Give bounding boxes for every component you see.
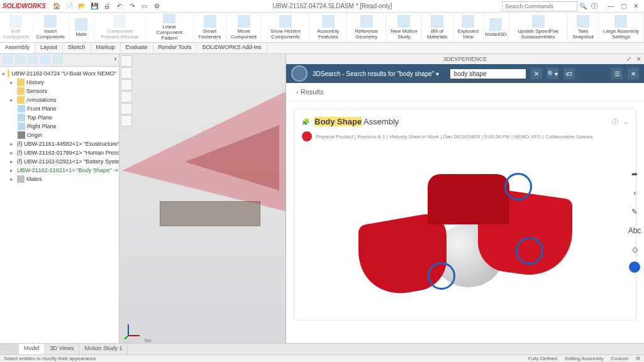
tree-right-plane[interactable]: Right Plane <box>1 122 118 131</box>
ribbon-mate[interactable]: Mate <box>69 13 94 42</box>
new-icon[interactable]: 📄 <box>64 1 75 11</box>
tab-render-tools[interactable]: Render Tools <box>153 43 197 53</box>
bottom-nav-icon[interactable] <box>0 344 19 354</box>
tab-layout[interactable]: Layout <box>35 43 63 53</box>
tree-mates[interactable]: ▸Mates <box>1 175 118 184</box>
search-title: 3DSearch - Search results for "body shap… <box>313 70 445 77</box>
tab-assembly[interactable]: Assembly <box>0 43 35 53</box>
minimize-icon[interactable]: — <box>605 3 616 9</box>
open-icon[interactable]: 📂 <box>76 1 87 11</box>
export-icon[interactable]: ➦ <box>628 167 641 181</box>
close-icon[interactable]: ✕ <box>630 3 641 9</box>
undo-icon[interactable]: ↶ <box>114 1 125 11</box>
tree-origin[interactable]: Origin <box>1 131 118 140</box>
status-defined: Fully Defined <box>528 356 558 361</box>
zoom-tool-icon[interactable] <box>121 55 132 67</box>
ribbon-assembly-features[interactable]: Assembly Features <box>310 13 347 42</box>
ribbon-update-speedpak[interactable]: Update SpeedPak Subassemblies <box>509 13 568 42</box>
tree-pressure-vessel[interactable]: ▸(f) UBW-21162-01789<1> "Human Pressure … <box>1 148 118 157</box>
maximize-icon[interactable]: ▢ <box>618 3 629 9</box>
iso-label: Iso <box>145 337 152 343</box>
graphics-viewport[interactable]: Iso <box>119 54 286 354</box>
menu-icon[interactable]: ☰ <box>611 68 623 79</box>
tree-battery-system[interactable]: ▸(f) UBW-21162-02921<1> "Battery System" <box>1 157 118 166</box>
ribbon-exploded-view[interactable]: Exploded View <box>453 13 484 42</box>
rotate-tool-icon[interactable] <box>121 79 132 90</box>
help-icon[interactable]: ⓘ <box>589 1 600 11</box>
tree-sensors[interactable]: Sensors <box>1 87 118 96</box>
tab-addins[interactable]: SOLIDWORKS Add-Ins <box>197 43 267 53</box>
ribbon-smart-fasteners[interactable]: Smart Fasteners <box>194 13 227 42</box>
color-swatch-icon[interactable] <box>629 261 640 273</box>
ribbon-edit-component[interactable]: Edit Component <box>0 13 33 42</box>
task-pane-chevron-icon[interactable]: › <box>114 55 116 65</box>
tab-markup[interactable]: Markup <box>91 43 121 53</box>
search-icon[interactable]: 🔍 <box>577 1 589 11</box>
print-icon[interactable]: 🖨 <box>101 1 113 11</box>
panel-close-icon[interactable]: ✕ <box>628 68 639 79</box>
tree-exostructure[interactable]: ▸(f) UBW-21161-44582<1> "Exostructure" <box>1 140 118 148</box>
clear-search-icon[interactable]: ✕ <box>531 68 542 79</box>
info-icon[interactable]: ⓘ <box>612 118 618 126</box>
tab-sketch[interactable]: Sketch <box>63 43 91 53</box>
expand-card-icon[interactable]: ⌄ <box>623 118 628 125</box>
dim-expert-tab-icon[interactable] <box>40 55 50 64</box>
display-manager-tab-icon[interactable] <box>53 55 63 64</box>
tree-annotations[interactable]: ▸Annotations <box>1 96 118 104</box>
ribbon-insert-components[interactable]: Insert Components <box>33 13 69 42</box>
ribbon-motion-study[interactable]: New Motion Study <box>387 13 423 42</box>
select-icon[interactable]: ▭ <box>139 1 150 11</box>
options-icon[interactable]: ⚙ <box>152 1 163 11</box>
compass-icon[interactable] <box>291 65 308 82</box>
command-search-input[interactable] <box>502 1 577 11</box>
ribbon-take-snapshot[interactable]: Take Snapshot <box>568 13 599 42</box>
results-header[interactable]: ‹ Results <box>286 83 644 101</box>
property-manager-tab-icon[interactable] <box>15 55 25 64</box>
ribbon: Edit Component Insert Components Mate Co… <box>0 13 644 43</box>
xp-search-input[interactable] <box>450 69 526 79</box>
bottom-tab-3dviews[interactable]: 3D Views <box>45 344 80 354</box>
xp-expand-icon[interactable]: ⤢ <box>626 56 631 62</box>
window-title: UBW-21162-04724.SLDASM * [Read-only] <box>163 3 502 9</box>
bottom-tab-motion[interactable]: Motion Study 1 <box>79 344 128 354</box>
ribbon-large-assembly[interactable]: Large Assembly Settings <box>599 13 644 42</box>
status-units[interactable]: Custom <box>611 356 628 361</box>
pan-tool-icon[interactable] <box>121 67 132 79</box>
status-hint: Select entities to modify their appearan… <box>4 356 96 361</box>
feature-tree-tab-icon[interactable] <box>3 55 13 64</box>
markup-circle-icon <box>428 262 455 290</box>
ribbon-linear-pattern[interactable]: Linear Component Pattern <box>146 13 194 42</box>
home-icon[interactable]: 🏠 <box>51 1 62 11</box>
ribbon-bom[interactable]: Bill of Materials <box>422 13 453 42</box>
chevron-right-icon[interactable]: › <box>628 186 641 200</box>
status-gear-icon[interactable]: ⚙ <box>636 356 640 361</box>
app-logo: SOLIDWORKS <box>3 3 46 9</box>
user-avatar-icon <box>302 131 312 141</box>
model-nose <box>122 92 286 230</box>
tree-top-plane[interactable]: Top Plane <box>1 113 118 122</box>
ribbon-ref-geometry[interactable]: Reference Geometry <box>347 13 387 42</box>
ribbon-show-hidden[interactable]: Show Hidden Components <box>262 13 310 42</box>
bottom-tab-model[interactable]: Model <box>19 344 45 354</box>
markup-circle-icon <box>516 237 543 265</box>
tab-evaluate[interactable]: Evaluate <box>121 43 153 53</box>
result-card[interactable]: 🧩 Body Shape Assembly ⓘ ⌄ Physical Produ… <box>294 109 636 321</box>
ribbon-preview-window[interactable]: Component Preview Window <box>94 13 146 42</box>
text-tool-icon[interactable]: Abc <box>628 224 641 238</box>
tree-history[interactable]: ▸History <box>1 78 118 87</box>
tag-icon[interactable]: 🏷 <box>564 68 575 79</box>
redo-icon[interactable]: ↷ <box>126 1 138 11</box>
result-thumbnail[interactable] <box>302 149 628 312</box>
eraser-icon[interactable]: ◇ <box>628 243 641 256</box>
tree-root[interactable]: ▸UBW-21162-04724 "U-Boat Worx NEMO" <box>1 69 118 78</box>
xp-header-title: 3DEXPERIENCE <box>443 56 487 62</box>
ribbon-move-component[interactable]: Move Component <box>226 13 261 42</box>
xp-close-icon[interactable]: ✕ <box>636 56 641 62</box>
tree-front-plane[interactable]: Front Plane <box>1 104 118 113</box>
ribbon-instant3d[interactable]: Instant3D <box>484 13 509 42</box>
config-manager-tab-icon[interactable] <box>28 55 38 64</box>
save-icon[interactable]: 💾 <box>89 1 100 11</box>
search-go-icon[interactable]: 🔍▾ <box>547 68 558 79</box>
pencil-icon[interactable]: ✎ <box>628 205 641 219</box>
tree-body-shape[interactable]: ▸UBW-21162-21621<1> "Body Shape" -> <box>1 166 118 175</box>
